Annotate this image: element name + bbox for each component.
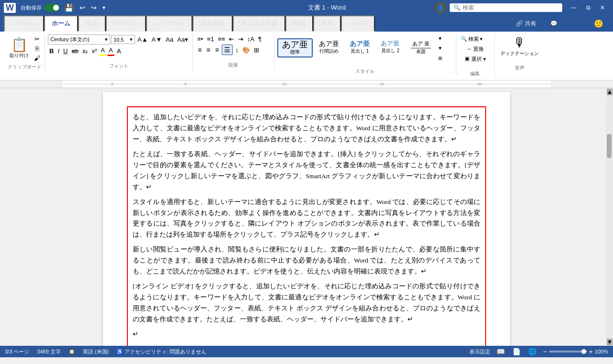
font-dropdown-icon: ▾ [105,36,108,43]
bold-button[interactable]: B [48,46,55,56]
selected-text-area[interactable]: ると、追加したいビデオを、それに応じた埋め込みコードの形式で貼り付けできるように… [127,106,486,346]
quick-access-redo[interactable]: ↪ [90,4,98,11]
align-right-button[interactable]: ≡ [213,45,221,55]
numbering-button[interactable]: ≡1 [205,34,216,44]
read-mode-button[interactable]: 📖 [495,348,506,355]
border-button[interactable]: ⊞ [252,46,261,55]
scrollbar-down-button[interactable]: ▼ [607,339,613,345]
tab-mailings[interactable]: 差し込み文書 [233,15,285,32]
style-item-h1[interactable]: あア亜 見出し 1 [345,38,374,57]
align-left-button[interactable]: ≡ [196,45,204,55]
display-settings[interactable]: 表示設定 [469,348,490,355]
decrease-font-button[interactable]: A▼ [150,35,164,44]
quick-access-save[interactable]: 💾 [63,3,75,12]
document-scroll-area[interactable]: ると、追加したいビデオを、それに応じた埋め込みコードの形式で貼り付けできるように… [7,88,606,346]
scrollbar-up-button[interactable]: ▲ [607,89,613,95]
tab-layout[interactable]: レイアウト [146,15,193,32]
zoom-out-button[interactable]: − [543,348,546,355]
font-size-selector[interactable]: 10.5 ▾ [111,35,135,44]
tab-design[interactable]: デザイン [106,15,146,32]
search-input[interactable] [463,4,558,11]
print-layout-button[interactable]: 📄 [511,348,522,355]
tab-view[interactable]: 表示 [313,15,341,32]
clear-format-button[interactable]: Aa [164,35,175,44]
autosave-toggle[interactable] [45,4,60,11]
tab-file[interactable]: ファイル [4,15,44,32]
tab-home[interactable]: ホーム [44,15,78,32]
quick-access-undo[interactable]: ↩ [78,4,87,11]
multilevel-list-button[interactable]: ≡≡ [216,34,227,44]
comment-button[interactable]: 💬 コメント [545,17,587,30]
italic-button[interactable]: I [56,46,61,56]
style-item-title[interactable]: あア 亜 表題 [407,38,435,57]
page-indicator[interactable]: 3/3 ページ [5,348,29,355]
decrease-indent-button[interactable]: ⇤ [227,34,236,44]
ruler-mark: 15 [380,82,384,86]
cut-button[interactable]: ✂ [33,34,42,44]
styles-scroll-down[interactable]: ▼ [437,45,443,51]
paragraph-3: スタイルを適用すると、新しいテーマに適合するように見出しが変更されます。Word… [133,197,480,241]
copy-button[interactable]: ⎘ [33,44,42,53]
vertical-scrollbar[interactable]: ▲ ▼ [606,88,613,346]
fill-color-button[interactable]: 🎨 [241,46,251,55]
font-name-selector[interactable]: Century (本文の) ▾ [48,34,110,45]
tab-insert[interactable]: 挿入 [78,15,106,32]
underline-button[interactable]: U [62,46,69,56]
align-center-button[interactable]: ≡ [204,45,212,55]
style-item-h2[interactable]: あア亜 見出し 2 [376,38,405,57]
bullets-button[interactable]: ≡• [196,34,204,44]
style-item-normal[interactable]: あア亜 標準 [277,38,313,57]
restore-button[interactable]: ⧉ [581,2,595,13]
zoom-level[interactable]: 100% [595,349,608,354]
minimize-button[interactable]: — [567,2,580,13]
left-margin [0,88,7,346]
paragraph-group: ≡• ≡1 ≡≡ ⇤ ⇥ ↕A ¶ ≡ ≡ ≡ ☰ ↕ 🎨 ⊞ [193,34,274,69]
text-color-button[interactable]: A [107,46,114,56]
dictate-button[interactable]: 🎙 ディクテーション [498,34,542,58]
text-highlight-button[interactable]: A [99,46,106,56]
share-button[interactable]: 🔗 共有 [510,18,542,30]
strikethrough-button[interactable]: ab [70,46,79,56]
tab-review[interactable]: 校閲 [285,15,313,32]
align-justify-button[interactable]: ☰ [222,45,233,55]
ribbon-tabs: ファイル ホーム 挿入 デザイン レイアウト 参考資料 差し込み文書 校閲 表示… [0,15,613,32]
tab-help[interactable]: ヘルプ [341,15,375,32]
word-count[interactable]: 3469 文字 [37,348,61,355]
superscript-button[interactable]: x² [90,46,98,56]
toggle-knob [53,5,59,11]
web-layout-button[interactable]: 🌐 [527,348,538,355]
replace-button[interactable]: ↔ 置換 [459,45,491,54]
language-indicator[interactable]: 英語 (米国) [83,348,109,355]
page-content: ると、追加したいビデオを、それに応じた埋め込みコードの形式で貼り付けできるように… [133,112,480,340]
tab-references[interactable]: 参考資料 [193,15,233,32]
voice-group: 🎙 ディクテーション 音声 [495,34,545,72]
dictate-label: ディクテーション [500,50,539,57]
text-effects-button[interactable]: A [115,46,123,56]
scrollbar-thumb[interactable] [607,134,612,158]
title-bar-title: 文書 1 - Word [219,3,435,12]
styles-scroll-up[interactable]: ▲ [437,34,443,41]
font-group: Century (本文の) ▾ 10.5 ▾ A▲ A▼ Aa Aa▾ B I … [45,34,193,70]
line-spacing-button[interactable]: ↕ [234,46,240,55]
search-button[interactable]: 🔍 検索 ▾ [459,34,491,44]
increase-font-button[interactable]: A▲ [136,35,149,44]
increase-indent-button[interactable]: ⇥ [237,34,245,44]
select-button[interactable]: ▣ 選択 ▾ [459,55,491,64]
smiley-button[interactable]: 🙂 [590,17,607,30]
horizontal-ruler: 2 5 10 15 20 [0,80,613,88]
close-button[interactable]: ✕ [596,2,609,13]
paste-button[interactable]: 📋 貼り付け [7,37,32,60]
zoom-slider[interactable] [549,351,587,353]
sort-button[interactable]: ↕A [246,34,256,44]
styles-expand[interactable]: ⊞ [437,55,443,61]
zoom-in-button[interactable]: + [589,348,593,355]
show-marks-button[interactable]: ¶ [257,34,263,44]
paragraph-2: たとえば、一致する表紙、ヘッダー、サイドバーを追加できます。[挿入] をクリック… [133,149,480,193]
word-logo-icon: W [4,3,16,13]
user-avatar[interactable]: 👤 [434,1,447,14]
style-item-noSpace[interactable]: あア亜 行間詰め [315,38,343,57]
change-case-button[interactable]: Aa▾ [176,35,190,44]
quick-access-more[interactable]: ▾ [101,4,107,11]
subscript-button[interactable]: x₂ [81,46,90,56]
format-painter-button[interactable]: 🖌 [33,54,42,63]
